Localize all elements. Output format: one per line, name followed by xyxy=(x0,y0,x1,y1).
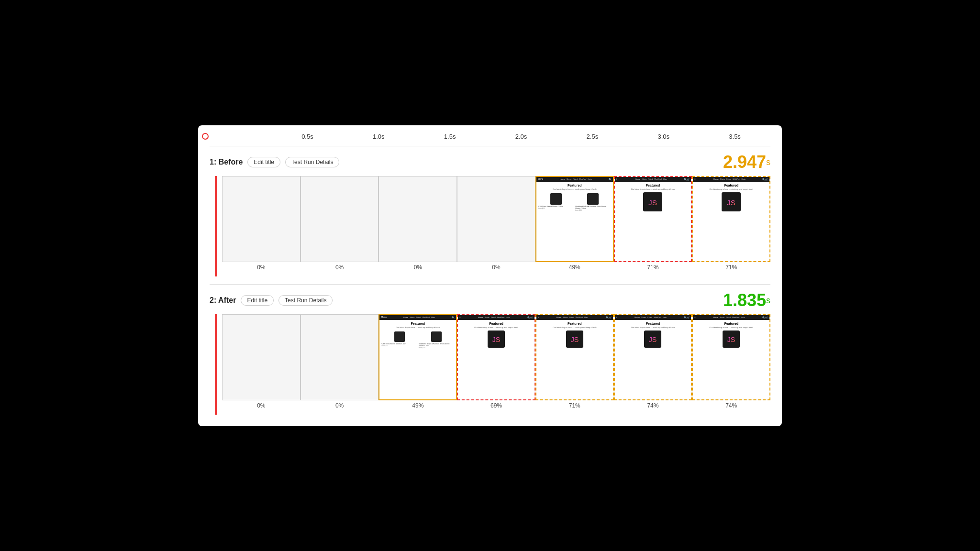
svg-text:JS: JS xyxy=(648,198,657,206)
tick-3: 2.0s xyxy=(486,133,557,140)
before-frame-3: 0% xyxy=(457,176,535,271)
before-edit-title-button[interactable]: Edit title xyxy=(247,157,280,167)
before-section: 1: Before Edit title Test Run Details 2.… xyxy=(210,152,770,276)
before-frame-1: 0% xyxy=(301,176,379,271)
before-score: 2.947 xyxy=(723,152,766,172)
before-score-unit: s xyxy=(766,157,770,166)
before-frame-5: ≡ HomeShirtsFittedWebPerfHats 🔍🛒 Feature… xyxy=(614,176,692,271)
after-thumb-0 xyxy=(222,314,301,400)
after-frame-5: ≡ HomeShirtsFittedWebPerfHats 🔍🛒 Feature… xyxy=(614,314,692,409)
after-edit-title-button[interactable]: Edit title xyxy=(241,295,274,306)
after-pct-3: 69% xyxy=(490,402,502,409)
before-frame-6: ≡ HomeShirtsFittedWebPerfHats 🔍🛒 Feature… xyxy=(692,176,770,271)
timeline-marker xyxy=(202,133,209,140)
before-frames: 0% 0% 0% 0% xyxy=(222,176,770,271)
before-pct-6: 71% xyxy=(725,264,737,271)
before-test-run-button[interactable]: Test Run Details xyxy=(285,157,339,167)
before-thumb-0 xyxy=(222,176,301,262)
section-divider xyxy=(210,284,770,285)
after-test-run-button[interactable]: Test Run Details xyxy=(278,295,333,306)
after-pct-5: 74% xyxy=(647,402,658,409)
after-score-container: 1.835s xyxy=(723,290,770,310)
svg-text:JS: JS xyxy=(727,336,735,343)
after-frame-0: 0% xyxy=(222,314,301,409)
after-frame-1: 0% xyxy=(301,314,379,409)
svg-text:JS: JS xyxy=(492,336,501,343)
after-thumb-3: ≡ HomeShirtsFittedWebPerfHats 🔍🛒 Feature… xyxy=(457,314,535,400)
after-pct-0: 0% xyxy=(257,402,265,409)
after-pct-4: 71% xyxy=(569,402,580,409)
before-filmstrip: 0% 0% 0% 0% xyxy=(210,176,770,276)
after-section: 2: After Edit title Test Run Details 1.8… xyxy=(210,290,770,415)
before-frame-0: 0% xyxy=(222,176,301,271)
after-frames: 0% 0% Menu HomeShirtsFittedWebPerfH xyxy=(222,314,770,409)
before-score-container: 2.947s xyxy=(723,152,770,172)
main-container: 0.5s 1.0s 1.5s 2.0s 2.5s 3.0s 3.5s 1: Be… xyxy=(198,125,782,426)
before-pct-2: 0% xyxy=(414,264,422,271)
before-header: 1: Before Edit title Test Run Details 2.… xyxy=(210,152,770,172)
after-score: 1.835 xyxy=(723,290,766,310)
after-pct-2: 49% xyxy=(412,402,423,409)
after-start-bar xyxy=(210,314,222,415)
tick-4: 2.5s xyxy=(557,133,628,140)
tick-0: 0.5s xyxy=(272,133,343,140)
after-pct-1: 0% xyxy=(335,402,344,409)
before-frame-2: 0% xyxy=(379,176,457,271)
after-title: 2: After xyxy=(210,296,236,305)
before-pct-3: 0% xyxy=(492,264,500,271)
after-thumb-4: ≡ HomeShirtsFittedWebPerfHats 🔍🛒 Feature… xyxy=(535,314,614,400)
before-pct-0: 0% xyxy=(257,264,265,271)
before-title: 1: Before xyxy=(210,158,243,166)
before-thumb-5: ≡ HomeShirtsFittedWebPerfHats 🔍🛒 Feature… xyxy=(614,176,692,262)
before-pct-4: 49% xyxy=(569,264,580,271)
tick-6: 3.5s xyxy=(699,133,770,140)
after-filmstrip: 0% 0% Menu HomeShirtsFittedWebPerfH xyxy=(210,314,770,415)
after-frame-4: ≡ HomeShirtsFittedWebPerfHats 🔍🛒 Feature… xyxy=(535,314,614,409)
after-score-unit: s xyxy=(766,295,770,305)
before-thumb-4: Menu HomeShirtsFittedWebPerfHats 🔍 Featu… xyxy=(535,176,614,262)
after-frame-2: Menu HomeShirtsFittedWebPerfHats 🔍 Featu… xyxy=(379,314,457,409)
svg-text:JS: JS xyxy=(727,198,735,206)
tick-2: 1.5s xyxy=(414,133,486,140)
after-header: 2: After Edit title Test Run Details 1.8… xyxy=(210,290,770,310)
after-thumb-5: ≡ HomeShirtsFittedWebPerfHats 🔍🛒 Feature… xyxy=(614,314,692,400)
svg-text:JS: JS xyxy=(570,336,579,343)
before-start-bar xyxy=(210,176,222,276)
tick-5: 3.0s xyxy=(628,133,699,140)
after-frame-6: ≡ HomeShirtsFittedWebPerfHats 🔍🛒 Feature… xyxy=(692,314,770,409)
before-thumb-6: ≡ HomeShirtsFittedWebPerfHats 🔍🛒 Feature… xyxy=(692,176,770,262)
before-pct-1: 0% xyxy=(335,264,344,271)
before-thumb-3 xyxy=(457,176,535,262)
tick-1: 1.0s xyxy=(343,133,414,140)
before-frame-4: Menu HomeShirtsFittedWebPerfHats 🔍 Featu… xyxy=(535,176,614,271)
before-thumb-2 xyxy=(379,176,457,262)
after-frame-3: ≡ HomeShirtsFittedWebPerfHats 🔍🛒 Feature… xyxy=(457,314,535,409)
before-pct-5: 71% xyxy=(647,264,658,271)
after-thumb-6: ≡ HomeShirtsFittedWebPerfHats 🔍🛒 Feature… xyxy=(692,314,770,400)
after-pct-6: 74% xyxy=(725,402,737,409)
before-thumb-1 xyxy=(301,176,379,262)
svg-text:JS: JS xyxy=(649,336,657,343)
after-thumb-2: Menu HomeShirtsFittedWebPerfHats 🔍 Featu… xyxy=(379,314,457,400)
after-thumb-1 xyxy=(301,314,379,400)
